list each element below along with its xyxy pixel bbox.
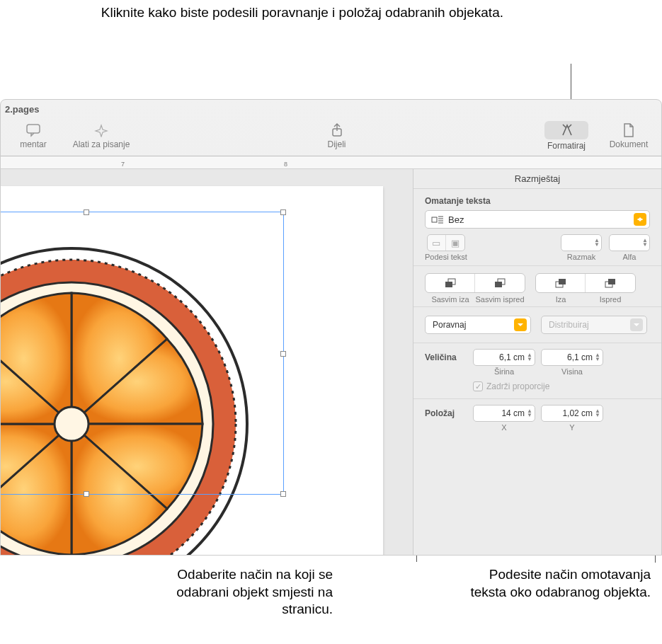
layer-label: Iza [536,295,586,304]
stepper-icon: ▲▼ [642,238,648,247]
field-label: Širina [473,367,535,376]
toolbar-label: mentar [20,139,46,149]
align-popup[interactable]: Poravnaj [425,316,531,334]
resize-handle[interactable] [280,491,286,497]
send-to-back-button[interactable] [426,274,475,292]
fit-option-icon: ▣ [446,235,464,251]
stepper-icon: ▲▼ [595,353,600,362]
popup-value: Bez [448,214,464,225]
stepper-icon: ▲▼ [594,238,600,247]
resize-handle[interactable] [84,491,89,497]
inspector-tab-arrange[interactable]: Razmještaj [413,169,661,189]
popup-arrow-icon [514,318,527,331]
ruler-mark: 8 [284,161,287,168]
size-label: Veličina [425,352,467,362]
text-wrap-popup[interactable]: Bez [425,210,650,229]
field-value: 6,1 cm [567,352,593,362]
popup-arrow-icon [634,213,646,226]
toolbar-label: Formatiraj [547,141,586,151]
width-field[interactable]: 6,1 cm ▲▼ [473,349,535,366]
toolbar-label: Dokument [610,139,649,149]
callout-text-wrap: Podesite način omotavanja teksta oko oda… [467,566,651,601]
field-label: Visina [541,367,603,376]
field-value: 1,02 cm [562,408,593,418]
position-label: Položaj [425,408,467,418]
checkbox-icon: ✓ [473,381,483,391]
app-window: 2.pages mentar Alati za pisanje Dijeli [0,99,662,556]
document-canvas[interactable] [1,169,413,555]
format-inspector: Razmještaj Omatanje teksta Bez ▭ ▣ Podes… [413,169,661,555]
svg-rect-17 [559,279,566,284]
layer-label: Sasvim ispred [475,295,525,304]
constrain-proportions-checkbox[interactable]: ✓ Zadrži proporcije [413,380,661,398]
spacing-field[interactable]: ▲▼ [561,234,602,251]
bring-forward-button[interactable] [586,274,635,292]
field-label: X [473,423,535,432]
callout-object-placement: Odaberite način na koji se odabrani obje… [142,566,333,619]
document-icon [619,122,639,138]
text-wrap-section: Omatanje teksta Bez ▭ ▣ Podesi tekst [413,189,661,266]
comment-icon [23,122,43,138]
format-icon [544,121,588,139]
selection-box [1,212,284,495]
stepper-icon: ▲▼ [527,353,532,362]
callout-format-button: Kliknite kako biste podesili poravnanje … [101,4,503,22]
window-title: 2.pages [1,100,661,118]
toolbar-label: Alati za pisanje [73,139,130,149]
comment-button[interactable]: mentar [4,122,63,149]
toolbar: mentar Alati za pisanje Dijeli Formatira… [1,118,661,156]
checkbox-label: Zadrži proporcije [486,381,549,391]
stepper-icon: ▲▼ [595,409,600,418]
writing-tools-button[interactable]: Alati za pisanje [66,122,137,149]
popup-label: Poravnaj [433,320,466,330]
fit-option-icon: ▭ [428,235,446,251]
field-label: Y [541,423,603,432]
alpha-field[interactable]: ▲▼ [609,234,650,251]
resize-handle[interactable] [280,351,286,357]
y-field[interactable]: 1,02 cm ▲▼ [541,405,603,422]
layer-label: Sasvim iza [426,295,475,304]
share-icon [327,122,347,138]
bring-to-front-button[interactable] [475,274,525,292]
ruler: 7 8 [1,156,661,169]
send-backward-button[interactable] [536,274,586,292]
height-field[interactable]: 6,1 cm ▲▼ [541,349,603,366]
field-value: 6,1 cm [499,352,525,362]
field-label: Podesi tekst [425,253,467,261]
svg-rect-15 [495,282,502,287]
distribute-popup[interactable]: Distribuiraj [541,316,647,334]
svg-rect-7 [432,217,437,222]
wrap-none-icon [431,214,444,224]
field-value: 14 cm [501,408,525,418]
size-row: Veličina 6,1 cm ▲▼ 6,1 cm ▲▼ [413,343,661,367]
stepper-icon: ▲▼ [527,409,532,418]
resize-handle[interactable] [84,209,89,215]
text-fit-segmented[interactable]: ▭ ▣ [427,234,465,251]
resize-handle[interactable] [280,209,286,215]
field-label: Alfa [623,253,637,261]
layer-order-section: Sasvim iza Sasvim ispred Iza [413,266,661,307]
format-button[interactable]: Formatiraj [537,121,596,151]
layer-label: Ispred [586,295,635,304]
sparkle-icon [91,122,111,138]
x-field[interactable]: 14 cm ▲▼ [473,405,535,422]
ruler-mark: 7 [121,161,125,168]
svg-rect-0 [27,125,40,133]
section-title: Omatanje teksta [425,196,650,206]
popup-arrow-icon [630,318,643,331]
share-button[interactable]: Dijeli [307,122,367,149]
popup-label: Distribuiraj [549,320,589,330]
field-label: Razmak [567,253,595,261]
position-row: Položaj 14 cm ▲▼ 1,02 cm ▲▼ [413,399,661,423]
document-button[interactable]: Dokument [599,122,658,149]
toolbar-label: Dijeli [327,139,346,149]
